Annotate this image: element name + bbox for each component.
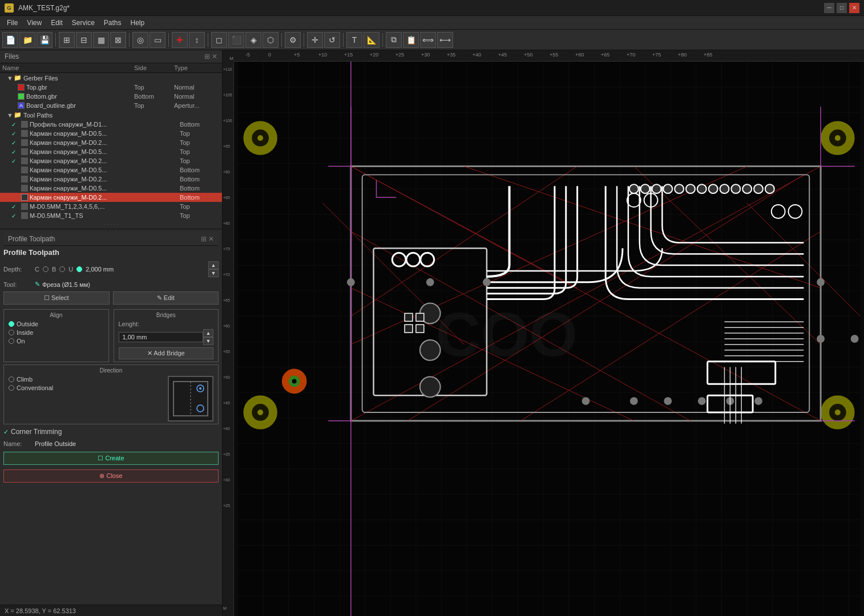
tp-karman6[interactable]: Карман снаружи_M-D0.2... Bottom [0,175,222,184]
file-bottom-gbr[interactable]: Bottom.gbr Bottom Normal [0,92,222,101]
tb-new[interactable]: 📄 [2,32,18,48]
svg-point-2 [199,387,201,390]
file-top-gbr[interactable]: Top.gbr Top Normal [0,83,222,92]
climb-option[interactable]: Climb [9,376,159,383]
tp-karman8-selected[interactable]: Карман снаружи_M-D0.2... Bottom [0,193,222,202]
tb-rect[interactable]: ▭ [150,32,165,48]
menu-file[interactable]: File [2,18,22,28]
tp-karman7[interactable]: Карман снаружи_M-D0.5... Bottom [0,184,222,193]
tp-karman4[interactable]: ✓ Карман снаружи_M-D0.2... Top [0,156,222,165]
menu-view[interactable]: View [22,18,46,28]
toolpaths-folder[interactable]: ▼ 📁 Tool Paths [0,110,222,120]
tb-layer2[interactable]: ⬛ [228,32,244,48]
h-label-m5: -5 [245,52,250,58]
close-button[interactable]: ✕ [849,3,859,13]
close-button[interactable]: ⊗ Close [3,469,219,483]
svg-point-114 [664,397,672,405]
inside-option[interactable]: Inside [9,329,104,336]
tp-mdo2[interactable]: ✓ M-D0.5MM_T1_TS Top [0,211,222,220]
file-board-outline[interactable]: A Board_outline.gbr Top Apertur... [0,101,222,110]
tb-btn1[interactable]: ⊞ [59,32,75,48]
svg-point-54 [257,135,263,141]
menu-service[interactable]: Service [67,18,99,28]
canvas-area[interactable]: M -5 0 +5 +10 +15 +20 +25 +30 +35 +40 +4… [223,50,864,616]
h-label-35: +35 [447,52,455,58]
tp-karman1[interactable]: ✓ Карман снаружи_M-D0.5... Top [0,129,222,138]
svg-point-91 [675,184,684,193]
svg-point-3 [197,405,204,412]
on-option[interactable]: On [9,338,104,345]
conventional-option[interactable]: Conventional [9,384,159,391]
outside-radio[interactable] [9,321,14,327]
tb-cross[interactable]: ✚ [172,32,188,48]
length-up-btn[interactable]: ▲ [203,329,213,337]
menu-help[interactable]: Help [126,18,150,28]
add-bridge-button[interactable]: ✕ Add Bridge [119,347,214,359]
create-button[interactable]: ☐ Create [3,452,219,465]
tp-karman3[interactable]: ✓ Карман снаружи_M-D0.5... Top [0,147,222,156]
tb-text[interactable]: T [346,32,362,48]
gerber-folder-label: Gerber Files [23,75,220,82]
outside-label: Outside [17,321,38,327]
tb-layer4[interactable]: ⬡ [263,32,278,48]
conventional-label: Conventional [17,384,53,391]
edit-button[interactable]: ✎ Edit [113,291,219,305]
tp-mdo1[interactable]: ✓ M-D0.5MM_T1,2,3,4,5,6,... Top [0,202,222,211]
climb-radio[interactable] [9,376,14,382]
tp-karman5[interactable]: Карман снаружи_M-D0.5... Bottom [0,165,222,175]
h-label-5: +5 [294,52,300,58]
tb-copy[interactable]: ⧉ [386,32,402,48]
tb-layer3[interactable]: ◈ [245,32,261,48]
svg-point-60 [257,410,263,415]
length-input[interactable] [119,332,204,342]
minimize-button[interactable]: ─ [824,3,834,13]
svg-point-96 [731,184,740,193]
gerber-folder[interactable]: ▼ 📁 Gerber Files [0,73,222,83]
tb-btn2[interactable]: ⊟ [76,32,92,48]
tb-btn4[interactable]: ⊠ [110,32,126,48]
svg-point-99 [765,184,774,193]
depth-c-radio[interactable] [43,266,49,272]
tb-measure[interactable]: 📐 [364,32,379,48]
tb-mirror[interactable]: ⟺ [420,32,436,48]
depth-row: Depth: C B U 2,000 mm ▲ ▼ [3,261,219,277]
maximize-button[interactable]: □ [837,3,847,13]
files-columns: Name Side Type [0,63,222,73]
tp-profil[interactable]: ✓ Профиль снаружи_M-D1... Bottom [0,120,222,129]
tb-paste[interactable]: 📋 [403,32,419,48]
select-button[interactable]: ☐ Select [3,291,110,305]
pcb-view[interactable]: COO [234,62,864,616]
length-down-btn[interactable]: ▼ [203,337,213,345]
depth-u-radio[interactable] [76,266,82,272]
menu-edit[interactable]: Edit [46,18,67,28]
h-label-75: +75 [652,52,661,58]
tb-circle[interactable]: ◎ [132,32,148,48]
inside-radio[interactable] [9,330,14,335]
corner-trimming-row[interactable]: ✓ Corner Trimming [3,428,219,436]
on-radio[interactable] [9,338,14,344]
tb-rotate[interactable]: ↺ [324,32,340,48]
depth-down-btn[interactable]: ▼ [208,269,219,277]
direction-group: Direction Climb Conventional [3,364,219,424]
tp-karman2[interactable]: ✓ Карман снаружи_M-D0.2... Top [0,138,222,147]
menu-paths[interactable]: Paths [99,18,126,28]
outside-option[interactable]: Outside [9,321,104,327]
tb-arrow[interactable]: ↕ [189,32,205,48]
align-bridges-row: Align Outside Inside On Bridges [3,309,219,362]
svg-point-109 [347,278,355,286]
svg-point-123 [292,379,297,383]
tb-flip[interactable]: ⟷ [437,32,453,48]
tb-layer1[interactable]: ◻ [211,32,227,48]
svg-point-111 [483,278,491,286]
tb-open[interactable]: 📁 [19,32,35,48]
tb-gear[interactable]: ⚙ [285,32,301,48]
depth-c-label: C [35,266,39,273]
tb-btn3[interactable]: ▦ [93,32,109,48]
depth-b-radio[interactable] [59,266,65,272]
tb-move[interactable]: ✛ [307,32,323,48]
h-label-20: +20 [370,52,378,58]
depth-up-btn[interactable]: ▲ [208,261,219,269]
conventional-radio[interactable] [9,385,14,391]
tb-save[interactable]: 💾 [37,32,53,48]
corner-check: ✓ [3,428,9,436]
